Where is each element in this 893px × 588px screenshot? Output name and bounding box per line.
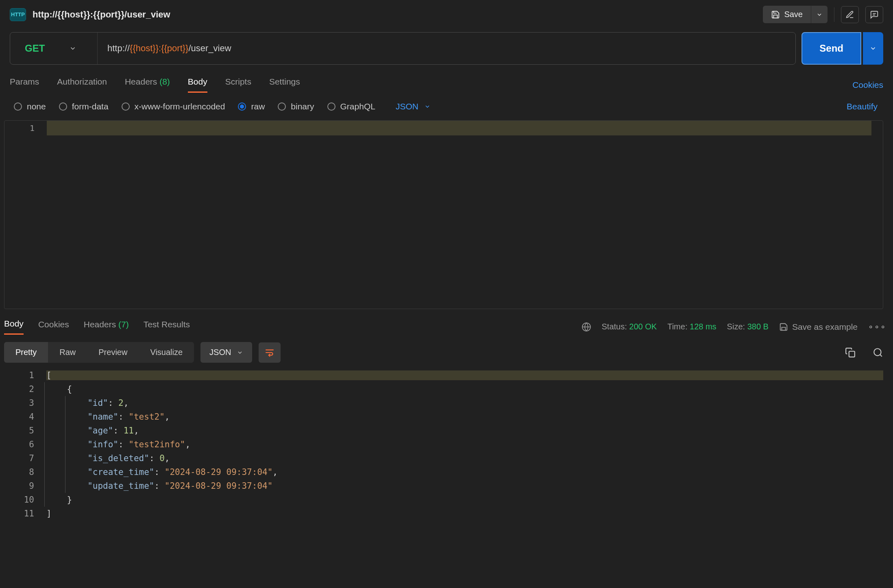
fold-guide-line	[44, 382, 45, 507]
response-tab-cookies[interactable]: Cookies	[38, 320, 69, 334]
code-line: 1 [	[4, 368, 883, 382]
radio-label: form-data	[72, 102, 109, 111]
url-host-template: {{host}}	[130, 43, 159, 53]
sep: :	[155, 467, 165, 477]
tab-settings[interactable]: Settings	[269, 77, 300, 93]
view-mode-preview[interactable]: Preview	[87, 342, 139, 363]
radio-label: binary	[291, 102, 314, 111]
tab-headers-label: Headers	[125, 77, 157, 86]
save-button[interactable]: Save	[763, 6, 811, 23]
method-select[interactable]: GET	[10, 33, 98, 64]
sep: :	[149, 453, 159, 463]
code-token: ]	[46, 509, 52, 518]
body-radio-binary[interactable]: binary	[278, 102, 314, 111]
response-tab-body[interactable]: Body	[4, 319, 24, 335]
body-format-select[interactable]: JSON	[396, 102, 431, 111]
svg-rect-5	[849, 351, 855, 357]
wrap-lines-button[interactable]	[259, 342, 281, 363]
response-tab-test-results[interactable]: Test Results	[144, 320, 190, 334]
chevron-down-icon	[869, 45, 877, 52]
line-number: 1	[4, 123, 35, 133]
copy-response-button[interactable]	[845, 347, 856, 358]
comma: ,	[165, 412, 170, 422]
comment-icon	[870, 10, 879, 19]
radio-icon	[14, 102, 22, 111]
line-number: 8	[4, 467, 46, 477]
radio-label: GraphQL	[340, 102, 375, 111]
tab-authorization[interactable]: Authorization	[57, 77, 107, 93]
tab-params[interactable]: Params	[10, 77, 39, 93]
search-response-button[interactable]	[873, 347, 883, 358]
json-key: "update_time"	[87, 481, 154, 491]
sep: :	[155, 481, 165, 491]
view-mode-pretty[interactable]: Pretty	[4, 342, 48, 363]
more-options-button[interactable]: ∘∘∘	[868, 322, 886, 332]
body-format-label: JSON	[396, 102, 418, 111]
code-token: }	[67, 495, 72, 505]
size-value: 380 B	[747, 322, 769, 331]
cookies-link[interactable]: Cookies	[852, 80, 883, 90]
json-value: "2024-08-29 09:37:04"	[165, 467, 273, 477]
line-number: 9	[4, 481, 46, 491]
comma: ,	[124, 398, 129, 408]
response-tab-headers-count: (7)	[118, 320, 129, 329]
chevron-down-icon	[424, 103, 431, 110]
body-radio-form-data[interactable]: form-data	[59, 102, 109, 111]
response-format-select[interactable]: JSON	[200, 342, 252, 363]
line-number: 11	[4, 509, 46, 518]
svg-line-7	[880, 355, 882, 357]
pencil-icon	[845, 10, 854, 19]
comma: ,	[272, 467, 278, 477]
radio-label: x-www-form-urlencoded	[135, 102, 225, 111]
code-line: 5 "age": 11,	[4, 424, 883, 438]
save-as-example-button[interactable]: Save as example	[779, 322, 858, 332]
http-badge-icon: HTTP	[10, 8, 26, 21]
request-body-editor[interactable]: 1	[4, 120, 883, 309]
tab-headers-count: (8)	[159, 77, 170, 86]
code-line: 8 "create_time": "2024-08-29 09:37:04",	[4, 465, 883, 479]
tab-scripts[interactable]: Scripts	[225, 77, 251, 93]
request-breadcrumb: http://{{host}}:{{port}}/user_view	[33, 9, 170, 20]
body-radio-xwww[interactable]: x-www-form-urlencoded	[122, 102, 225, 111]
code-token: {	[67, 384, 72, 394]
radio-label: none	[27, 102, 46, 111]
size-label: Size:	[727, 322, 745, 331]
code-token: [	[46, 370, 52, 380]
more-horizontal-icon: ∘∘∘	[868, 322, 886, 331]
fold-guide-line	[65, 396, 65, 493]
save-icon	[771, 10, 780, 19]
view-mode-raw[interactable]: Raw	[48, 342, 87, 363]
radio-label: raw	[251, 102, 265, 111]
url-prefix: http://	[107, 43, 130, 53]
view-mode-visualize[interactable]: Visualize	[139, 342, 194, 363]
json-value: "test2info"	[129, 440, 185, 449]
tab-body[interactable]: Body	[188, 77, 207, 93]
body-radio-graphql[interactable]: GraphQL	[327, 102, 375, 111]
comma: ,	[185, 440, 190, 449]
line-number: 5	[4, 426, 46, 436]
body-radio-none[interactable]: none	[14, 102, 46, 111]
body-radio-raw[interactable]: raw	[238, 102, 265, 111]
send-button[interactable]: Send	[802, 32, 861, 65]
url-path: /user_view	[188, 43, 231, 53]
url-input[interactable]: http://{{host}}:{{port}}/user_view	[98, 43, 795, 54]
code-line: 10 }	[4, 493, 883, 507]
wrap-icon	[264, 347, 275, 358]
status-meta: Status: 200 OK	[602, 322, 657, 331]
beautify-link[interactable]: Beautify	[847, 102, 883, 111]
json-key: "id"	[87, 398, 108, 408]
svg-point-6	[874, 348, 881, 355]
code-line: 3 "id": 2,	[4, 396, 883, 410]
json-value: 11	[124, 426, 134, 436]
sep: :	[118, 412, 129, 422]
json-value: "test2"	[129, 412, 165, 422]
save-dropdown-button[interactable]	[811, 6, 828, 23]
edit-button[interactable]	[841, 6, 859, 23]
globe-icon[interactable]	[582, 322, 591, 332]
tab-headers[interactable]: Headers (8)	[125, 77, 170, 93]
response-tab-headers[interactable]: Headers (7)	[84, 320, 129, 334]
comments-button[interactable]	[865, 6, 883, 23]
status-label: Status:	[602, 322, 627, 331]
response-body-editor[interactable]: 1 [ 2 { 3 "id": 2, 4 "name": "test2", 5 …	[4, 368, 883, 520]
send-dropdown-button[interactable]	[863, 32, 883, 65]
